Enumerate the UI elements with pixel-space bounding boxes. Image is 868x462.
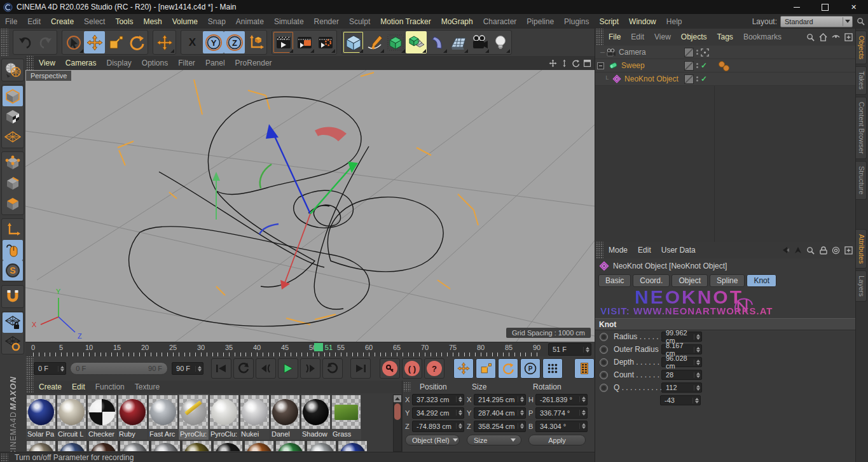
vp-menu-filter[interactable]: Filter — [173, 59, 200, 67]
maximize-button[interactable] — [811, 0, 839, 14]
radius-field[interactable]: 99.962 cm — [661, 332, 702, 342]
layer-color-box[interactable] — [684, 48, 694, 57]
knot-section-header[interactable]: Knot — [595, 318, 856, 330]
menu-help[interactable]: Help — [661, 17, 687, 26]
last-used-tool[interactable] — [154, 31, 175, 53]
snap-magnet-button[interactable] — [3, 286, 23, 307]
lock-x-axis-button[interactable]: X — [182, 31, 203, 53]
material-item[interactable]: Grass — [331, 395, 361, 440]
key-parameter-button[interactable]: P — [520, 358, 541, 379]
rotation-b-field[interactable]: 34.304 ° — [535, 421, 588, 432]
om-drag-handle[interactable] — [595, 29, 603, 45]
om-menu-tags[interactable]: Tags — [712, 32, 738, 41]
size-z-field[interactable]: 358.254 cm — [474, 421, 526, 432]
keyframe-dot-icon[interactable] — [600, 358, 608, 367]
visibility-dots[interactable] — [696, 63, 698, 68]
history-back-icon[interactable] — [780, 246, 790, 255]
om-menu-bookmarks[interactable]: Bookmarks — [738, 32, 787, 41]
lock-z-axis-button[interactable]: Z — [224, 31, 245, 53]
move-tool[interactable] — [84, 31, 105, 53]
object-row-camera[interactable]: ─ Camera — [595, 46, 856, 59]
tab-content-browser[interactable]: Content Browser — [856, 97, 867, 159]
visibility-dots[interactable] — [696, 76, 698, 81]
coords-drag-handle[interactable] — [403, 382, 411, 391]
rotate-tool[interactable] — [126, 31, 147, 53]
position-x-field[interactable]: 37.323 cm — [412, 394, 464, 405]
material-item[interactable]: Danel — [270, 395, 300, 440]
menu-edit[interactable]: Edit — [22, 17, 46, 26]
material-item-partial[interactable] — [183, 441, 211, 451]
viewport-pan-icon[interactable] — [548, 59, 558, 68]
mat-menu-edit[interactable]: Edit — [67, 382, 90, 391]
texture-mode-button[interactable] — [3, 106, 23, 127]
om-menu-file[interactable]: File — [603, 32, 626, 41]
menu-render[interactable]: Render — [309, 17, 344, 26]
minimize-button[interactable] — [782, 0, 811, 14]
object-row-neoknot[interactable]: └ NeoKnot Object ✓ — [595, 73, 856, 86]
tab-knot[interactable]: Knot — [747, 274, 776, 287]
key-rotation-button[interactable] — [498, 358, 518, 379]
menu-motion-tracker[interactable]: Motion Tracker — [375, 17, 436, 26]
live-selection-tool[interactable] — [63, 31, 84, 53]
undo-button[interactable] — [14, 31, 35, 53]
tab-layers[interactable]: Layers — [856, 270, 867, 302]
q-field[interactable]: 112 — [661, 382, 702, 393]
key-scale-button[interactable] — [476, 358, 496, 379]
scale-tool[interactable] — [105, 31, 126, 53]
attr-search-icon[interactable] — [806, 246, 815, 255]
position-y-field[interactable]: 34.292 cm — [412, 407, 464, 419]
camera-label[interactable]: Perspective — [26, 71, 71, 81]
vp-menu-options[interactable]: Options — [137, 59, 173, 67]
lock-y-axis-button[interactable]: Y — [203, 31, 224, 53]
range-end-field[interactable]: 90 F — [172, 362, 203, 375]
om-menu-view[interactable]: View — [649, 32, 676, 41]
material-item[interactable]: Ruby — [118, 395, 148, 440]
menu-character[interactable]: Character — [478, 17, 522, 26]
collapse-icon[interactable] — [597, 62, 604, 69]
material-item-partial[interactable] — [58, 441, 86, 451]
material-item-partial[interactable] — [89, 441, 118, 451]
layer-color-box[interactable] — [684, 74, 694, 84]
range-start-stepper[interactable] — [58, 366, 64, 372]
record-keyframe-button[interactable] — [380, 358, 400, 379]
material-item-partial[interactable] — [27, 441, 55, 451]
enabled-check-icon[interactable]: ✓ — [701, 61, 707, 70]
object-row-sweep[interactable]: Sweep ✓ — [595, 59, 856, 73]
material-item[interactable]: Circuit L — [57, 395, 86, 440]
tab-takes[interactable]: Takes — [856, 66, 867, 95]
frame-stepper[interactable] — [583, 347, 589, 353]
keyframe-dot-icon[interactable] — [600, 371, 608, 379]
tab-structure[interactable]: Structure — [856, 161, 867, 200]
vp-menu-display[interactable]: Display — [101, 59, 136, 67]
rotation-p-field[interactable]: 336.774 ° — [535, 407, 588, 419]
render-settings-button[interactable] — [315, 31, 336, 53]
material-drag-handle[interactable] — [25, 381, 34, 393]
mat-menu-texture[interactable]: Texture — [130, 382, 165, 391]
mat-menu-create[interactable]: Create — [34, 382, 67, 391]
size-mode-dropdown[interactable]: Size — [467, 435, 521, 445]
om-eye-icon[interactable] — [831, 32, 841, 42]
menu-snap[interactable]: Snap — [203, 17, 231, 26]
floor-environment-button[interactable] — [448, 31, 469, 53]
outer-radius-field[interactable]: 8.167 cm — [661, 344, 702, 354]
position-z-field[interactable]: -74.893 cm — [412, 421, 464, 432]
rotation-h-field[interactable]: -261.839 ° — [535, 394, 588, 405]
deformer-bend-button[interactable] — [427, 31, 448, 53]
camera-button[interactable] — [469, 31, 490, 53]
tab-object[interactable]: Object — [672, 274, 708, 287]
material-item-partial[interactable] — [245, 441, 273, 451]
spline-pen-button[interactable] — [364, 31, 385, 53]
axis-gizmo[interactable] — [212, 124, 358, 290]
render-view-button[interactable] — [273, 31, 294, 53]
viewport-scene[interactable]: Y X Z Perspective Grid Spacing : 1000 cm — [25, 70, 595, 342]
menu-file[interactable]: File — [0, 17, 22, 26]
tab-attributes[interactable]: Attributes — [856, 229, 867, 269]
open-timeline-button[interactable] — [574, 358, 595, 379]
tab-spline[interactable]: Spline — [710, 274, 745, 287]
count-field[interactable]: 28 — [661, 370, 702, 380]
menu-tools[interactable]: Tools — [110, 17, 138, 26]
vp-menu-prorender[interactable]: ProRender — [230, 59, 277, 67]
history-up-icon[interactable] — [793, 246, 803, 255]
coordinate-system-button[interactable] — [245, 31, 266, 53]
material-item-partial[interactable] — [120, 441, 149, 451]
